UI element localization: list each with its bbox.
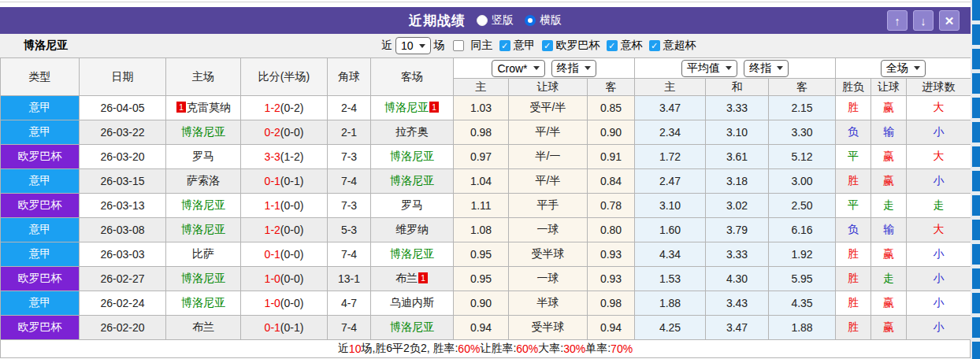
home-cell[interactable]: 博洛尼亚	[166, 291, 241, 316]
near-label: 近	[381, 39, 392, 53]
outcome-win-lose: 平	[836, 145, 871, 169]
team-name-text: 萨索洛	[187, 174, 220, 187]
score-half: (0-2)	[280, 102, 304, 114]
avg-home-odds: 2.34	[635, 120, 706, 145]
home-cell[interactable]: 1克雷莫纳	[166, 96, 241, 120]
score-half: (0-0)	[280, 272, 304, 285]
away-cell[interactable]: 维罗纳	[371, 218, 454, 242]
away-cell[interactable]: 博洛尼亚	[371, 169, 454, 194]
away-cell[interactable]: 布兰1	[371, 267, 454, 291]
move-down-button[interactable]: ↓	[913, 10, 934, 31]
score-cell[interactable]: 1-2(0-0)	[241, 218, 328, 242]
subcol-avg-away: 客	[769, 79, 836, 96]
team-name-text: 布兰	[192, 320, 214, 333]
date-cell: 26-03-15	[80, 169, 166, 194]
score-main: 1-0	[265, 297, 280, 309]
panel-title: 近期战绩	[409, 12, 466, 30]
score-main: 0-1	[265, 175, 280, 187]
outcome-goals: 大	[907, 145, 971, 169]
outcome-handicap: 走	[871, 194, 907, 218]
score-cell[interactable]: 0-1(0-1)	[241, 169, 328, 194]
team-name-text: 博洛尼亚	[384, 101, 429, 113]
home-cell[interactable]: 博洛尼亚	[166, 120, 241, 145]
subcol-crow-away: 客	[588, 79, 635, 96]
avg-draw-odds: 3.61	[706, 145, 769, 169]
crow-handicap: 一球	[509, 218, 588, 242]
summary-line: 近10场,胜6平2负2, 胜率:60% 让胜率:60% 大率:30% 单率:70…	[0, 340, 971, 358]
home-cell[interactable]: 博洛尼亚	[166, 218, 241, 242]
outcome-win-lose: 胜	[836, 291, 871, 316]
same-home-checkbox[interactable]	[453, 40, 464, 51]
team-name: 博洛尼亚	[24, 39, 68, 53]
home-cell[interactable]: 博洛尼亚	[166, 194, 241, 218]
avg-draw-odds: 3.02	[706, 194, 769, 218]
crow-home-odds: 1.03	[454, 96, 509, 120]
league-cell: 意甲	[1, 242, 80, 267]
outcome-win-lose: 负	[836, 218, 871, 242]
score-half: (0-1)	[280, 321, 304, 334]
score-cell[interactable]: 0-1(0-0)	[241, 242, 328, 267]
table-row: 意甲 26-03-03 比萨 0-1(0-0) 7-4 博洛尼亚 0.95 受半…	[1, 242, 971, 267]
checkbox-serie-a[interactable]: ✓	[499, 40, 510, 51]
score-cell[interactable]: 1-0(0-0)	[241, 291, 328, 316]
home-cell[interactable]: 博洛尼亚	[166, 267, 241, 291]
results-tbody: 意甲 26-04-05 1克雷莫纳 1-2(0-2) 2-4 博洛尼亚1 1.0…	[1, 96, 971, 340]
summary-segment: 30%	[563, 342, 585, 355]
outcome-goals: 大	[907, 218, 971, 242]
radio-checked-icon[interactable]	[525, 15, 536, 26]
crow-away-odds: 0.90	[588, 120, 635, 145]
average-select[interactable]: 平均值	[681, 60, 737, 77]
home-cell[interactable]: 布兰	[166, 316, 241, 340]
outcome-win-lose: 胜	[836, 169, 871, 194]
outcome-win-lose: 胜	[836, 242, 871, 267]
away-cell[interactable]: 博洛尼亚	[371, 316, 454, 340]
scrollbar-stripe[interactable]	[972, 0, 980, 359]
outcome-win-lose: 胜	[836, 316, 871, 340]
score-main: 3-3	[265, 150, 280, 163]
crow-away-odds: 0.84	[588, 169, 635, 194]
checkbox-italy-super-cup[interactable]: ✓	[649, 40, 660, 51]
away-cell[interactable]: 博洛尼亚	[371, 242, 454, 267]
close-button[interactable]: ✕	[939, 10, 960, 31]
score-main: 0-1	[265, 248, 280, 261]
team-name-text: 博洛尼亚	[181, 272, 225, 284]
team-name-text: 博洛尼亚	[390, 247, 434, 260]
matches-count-select[interactable]: 10	[395, 37, 431, 54]
chevron-down-icon	[419, 44, 425, 48]
avg-draw-odds: 3.33	[706, 242, 769, 267]
away-cell[interactable]: 博洛尼亚1	[371, 96, 454, 120]
bookmaker-select[interactable]: Crow*	[492, 60, 544, 77]
summary-segment: 单率:	[585, 342, 611, 356]
league-label-europa: 欧罗巴杯	[556, 39, 600, 53]
away-cell[interactable]: 拉齐奥	[371, 120, 454, 145]
average-index-select[interactable]: 终指	[744, 60, 789, 77]
scope-select[interactable]: 全场	[881, 60, 926, 77]
score-cell[interactable]: 1-1(0-0)	[241, 194, 328, 218]
away-cell[interactable]: 罗马	[371, 194, 454, 218]
move-up-button[interactable]: ↑	[887, 10, 908, 31]
team-name-text: 博洛尼亚	[390, 174, 434, 187]
col-header-home: 主场	[166, 58, 241, 96]
score-cell[interactable]: 0-2(0-0)	[241, 120, 328, 145]
bookmaker-index-select[interactable]: 终指	[551, 60, 596, 77]
layout-radio-horizontal[interactable]: 横版	[525, 13, 562, 28]
away-cell[interactable]: 博洛尼亚	[371, 145, 454, 169]
layout-radio-vertical[interactable]: 竖版	[477, 13, 514, 28]
outcome-win-lose: 负	[836, 120, 871, 145]
col-header-corner: 角球	[328, 58, 371, 96]
avg-home-odds: 3.47	[635, 96, 706, 120]
score-cell[interactable]: 1-2(0-2)	[241, 96, 328, 120]
checkbox-italy-cup[interactable]: ✓	[607, 40, 618, 51]
home-cell[interactable]: 比萨	[166, 242, 241, 267]
away-cell[interactable]: 乌迪内斯	[371, 291, 454, 316]
score-cell[interactable]: 3-3(1-2)	[241, 145, 328, 169]
home-cell[interactable]: 罗马	[166, 145, 241, 169]
score-cell[interactable]: 0-1(0-1)	[241, 316, 328, 340]
checkbox-europa-league[interactable]: ✓	[542, 40, 553, 51]
radio-unchecked-icon[interactable]	[477, 15, 488, 26]
score-main: 0-1	[265, 321, 280, 334]
home-cell[interactable]: 萨索洛	[166, 169, 241, 194]
corner-cell: 4-7	[328, 291, 371, 316]
score-cell[interactable]: 1-0(0-0)	[241, 267, 328, 291]
summary-segment: 60%	[458, 342, 480, 355]
